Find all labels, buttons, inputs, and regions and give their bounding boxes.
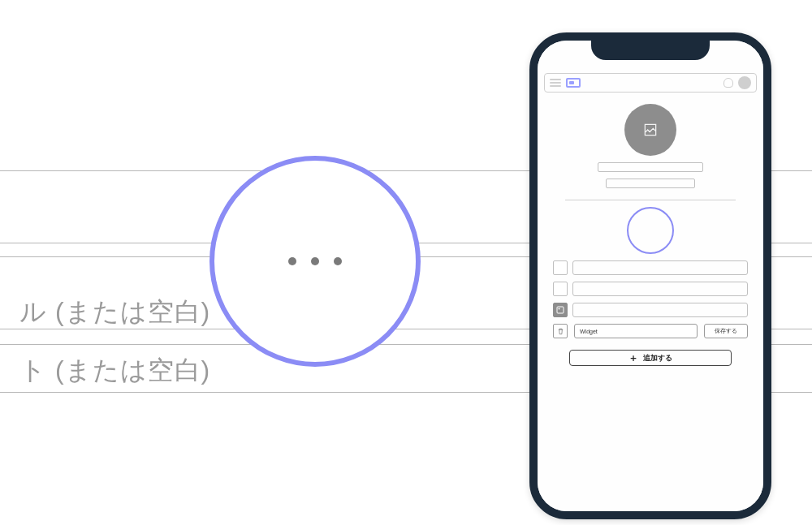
mini-loading-indicator [627,207,674,254]
loader-dot [334,257,342,265]
tag-label: Widget [580,329,598,334]
text-input[interactable] [572,282,748,296]
text-input[interactable] [572,303,748,317]
svg-point-1 [559,308,560,310]
phone-mockup: Widget 保存する ＋ 追加する [529,32,771,519]
loading-indicator [209,156,421,367]
icon-picker[interactable] [553,303,568,317]
action-row: Widget 保存する [553,324,748,338]
field-row-1 [553,260,748,275]
field-row-2 [553,282,748,296]
loader-dot [288,257,296,265]
image-icon [642,122,659,138]
app-header [544,73,757,93]
plus-icon: ＋ [628,353,638,363]
name-input[interactable] [598,162,703,172]
save-button[interactable]: 保存する [704,324,748,338]
save-label: 保存する [715,327,737,335]
field-row-3 [553,303,748,317]
bell-icon[interactable] [723,78,733,88]
svg-rect-0 [557,307,564,313]
phone-notch [591,39,710,60]
delete-button[interactable] [553,324,568,338]
add-label: 追加する [643,353,672,364]
checkbox[interactable] [553,282,568,296]
tag-pill[interactable]: Widget [574,324,698,338]
phone-screen: Widget 保存する ＋ 追加する [538,41,763,511]
placeholder-row-1: ル (または空白) [19,295,210,330]
checkbox[interactable] [553,260,568,275]
subtitle-input[interactable] [606,179,695,188]
text-input[interactable] [572,260,748,275]
app-logo[interactable] [566,78,581,88]
loader-dot [311,257,319,265]
section-divider [565,200,736,200]
avatar-icon[interactable] [738,76,751,89]
placeholder-row-2: ト (または空白) [19,353,210,389]
menu-icon[interactable] [550,79,561,87]
profile-avatar[interactable] [624,104,676,156]
add-button[interactable]: ＋ 追加する [569,350,732,366]
